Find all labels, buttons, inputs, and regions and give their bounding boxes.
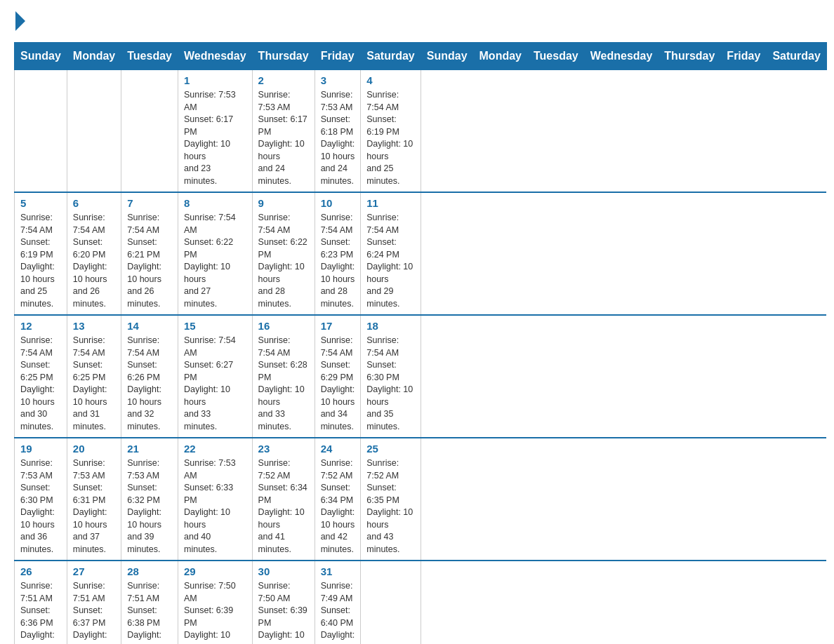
calendar-day-empty — [67, 70, 121, 193]
calendar-week-row: 1Sunrise: 7:53 AM Sunset: 6:17 PM Daylig… — [15, 70, 827, 193]
calendar-day-16: 16Sunrise: 7:54 AM Sunset: 6:28 PM Dayli… — [252, 315, 315, 438]
day-number: 2 — [258, 74, 309, 86]
day-info: Sunrise: 7:51 AM Sunset: 6:37 PM Dayligh… — [73, 580, 115, 644]
day-info: Sunrise: 7:54 AM Sunset: 6:29 PM Dayligh… — [321, 335, 355, 433]
calendar-day-empty — [121, 70, 178, 193]
day-info: Sunrise: 7:54 AM Sunset: 6:25 PM Dayligh… — [20, 335, 61, 433]
day-info: Sunrise: 7:53 AM Sunset: 6:31 PM Dayligh… — [73, 457, 115, 556]
day-info: Sunrise: 7:54 AM Sunset: 6:28 PM Dayligh… — [258, 335, 309, 433]
day-number: 4 — [366, 74, 414, 86]
calendar-day-30: 30Sunrise: 7:50 AM Sunset: 6:39 PM Dayli… — [252, 561, 315, 644]
calendar-day-24: 24Sunrise: 7:52 AM Sunset: 6:34 PM Dayli… — [315, 438, 361, 561]
calendar-day-27: 27Sunrise: 7:51 AM Sunset: 6:37 PM Dayli… — [67, 561, 121, 644]
page-header — [14, 14, 820, 28]
day-number: 16 — [258, 320, 309, 332]
calendar-week-row: 12Sunrise: 7:54 AM Sunset: 6:25 PM Dayli… — [15, 315, 827, 438]
day-info: Sunrise: 7:54 AM Sunset: 6:22 PM Dayligh… — [184, 212, 246, 310]
day-info: Sunrise: 7:54 AM Sunset: 6:30 PM Dayligh… — [366, 335, 414, 433]
day-info: Sunrise: 7:52 AM Sunset: 6:34 PM Dayligh… — [321, 457, 355, 556]
day-header-sunday: Sunday — [15, 43, 67, 70]
day-number: 18 — [366, 320, 414, 332]
day-number: 15 — [184, 320, 246, 332]
calendar-table: SundayMondayTuesdayWednesdayThursdayFrid… — [14, 42, 827, 644]
day-number: 19 — [20, 443, 61, 455]
day-info: Sunrise: 7:53 AM Sunset: 6:17 PM Dayligh… — [184, 89, 246, 187]
day-number: 13 — [73, 320, 115, 332]
day-number: 30 — [258, 565, 309, 577]
calendar-day-23: 23Sunrise: 7:52 AM Sunset: 6:34 PM Dayli… — [252, 438, 315, 561]
calendar-day-9: 9Sunrise: 7:54 AM Sunset: 6:22 PM Daylig… — [252, 192, 315, 315]
day-number: 22 — [184, 443, 246, 455]
day-header-monday: Monday — [473, 43, 527, 70]
calendar-day-10: 10Sunrise: 7:54 AM Sunset: 6:23 PM Dayli… — [315, 192, 361, 315]
calendar-day-8: 8Sunrise: 7:54 AM Sunset: 6:22 PM Daylig… — [178, 192, 252, 315]
calendar-day-7: 7Sunrise: 7:54 AM Sunset: 6:21 PM Daylig… — [121, 192, 178, 315]
day-info: Sunrise: 7:53 AM Sunset: 6:33 PM Dayligh… — [184, 457, 246, 556]
day-info: Sunrise: 7:54 AM Sunset: 6:20 PM Dayligh… — [73, 212, 115, 310]
calendar-day-31: 31Sunrise: 7:49 AM Sunset: 6:40 PM Dayli… — [315, 561, 361, 644]
calendar-week-row: 5Sunrise: 7:54 AM Sunset: 6:19 PM Daylig… — [15, 192, 827, 315]
day-number: 14 — [127, 320, 172, 332]
day-info: Sunrise: 7:54 AM Sunset: 6:19 PM Dayligh… — [366, 89, 414, 187]
day-header-wednesday: Wednesday — [584, 43, 658, 70]
day-info: Sunrise: 7:51 AM Sunset: 6:38 PM Dayligh… — [127, 580, 172, 644]
day-number: 7 — [127, 197, 172, 209]
calendar-day-29: 29Sunrise: 7:50 AM Sunset: 6:39 PM Dayli… — [178, 561, 252, 644]
day-number: 11 — [366, 197, 414, 209]
day-info: Sunrise: 7:50 AM Sunset: 6:39 PM Dayligh… — [258, 580, 309, 644]
day-info: Sunrise: 7:51 AM Sunset: 6:36 PM Dayligh… — [20, 580, 61, 644]
day-info: Sunrise: 7:52 AM Sunset: 6:35 PM Dayligh… — [366, 457, 414, 556]
day-number: 8 — [184, 197, 246, 209]
day-number: 23 — [258, 443, 309, 455]
day-info: Sunrise: 7:53 AM Sunset: 6:30 PM Dayligh… — [20, 457, 61, 556]
calendar-day-empty — [15, 70, 67, 193]
day-number: 25 — [366, 443, 414, 455]
day-number: 9 — [258, 197, 309, 209]
day-number: 26 — [20, 565, 61, 577]
day-number: 20 — [73, 443, 115, 455]
calendar-day-19: 19Sunrise: 7:53 AM Sunset: 6:30 PM Dayli… — [15, 438, 67, 561]
calendar-day-15: 15Sunrise: 7:54 AM Sunset: 6:27 PM Dayli… — [178, 315, 252, 438]
day-info: Sunrise: 7:53 AM Sunset: 6:32 PM Dayligh… — [127, 457, 172, 556]
day-number: 12 — [20, 320, 61, 332]
day-header-friday: Friday — [315, 43, 361, 70]
calendar-day-17: 17Sunrise: 7:54 AM Sunset: 6:29 PM Dayli… — [315, 315, 361, 438]
calendar-day-20: 20Sunrise: 7:53 AM Sunset: 6:31 PM Dayli… — [67, 438, 121, 561]
day-info: Sunrise: 7:49 AM Sunset: 6:40 PM Dayligh… — [321, 580, 355, 644]
day-header-tuesday: Tuesday — [527, 43, 584, 70]
day-info: Sunrise: 7:54 AM Sunset: 6:24 PM Dayligh… — [366, 212, 414, 310]
day-number: 24 — [321, 443, 355, 455]
day-number: 21 — [127, 443, 172, 455]
calendar-day-26: 26Sunrise: 7:51 AM Sunset: 6:36 PM Dayli… — [15, 561, 67, 644]
calendar-day-1: 1Sunrise: 7:53 AM Sunset: 6:17 PM Daylig… — [178, 70, 252, 193]
logo — [14, 14, 25, 28]
day-header-thursday: Thursday — [658, 43, 721, 70]
day-info: Sunrise: 7:54 AM Sunset: 6:27 PM Dayligh… — [184, 335, 246, 433]
day-header-thursday: Thursday — [252, 43, 315, 70]
calendar-day-18: 18Sunrise: 7:54 AM Sunset: 6:30 PM Dayli… — [361, 315, 421, 438]
day-number: 10 — [321, 197, 355, 209]
day-info: Sunrise: 7:54 AM Sunset: 6:23 PM Dayligh… — [321, 212, 355, 310]
day-number: 29 — [184, 565, 246, 577]
day-number: 27 — [73, 565, 115, 577]
calendar-week-row: 19Sunrise: 7:53 AM Sunset: 6:30 PM Dayli… — [15, 438, 827, 561]
calendar-day-2: 2Sunrise: 7:53 AM Sunset: 6:17 PM Daylig… — [252, 70, 315, 193]
calendar-day-4: 4Sunrise: 7:54 AM Sunset: 6:19 PM Daylig… — [361, 70, 421, 193]
day-number: 6 — [73, 197, 115, 209]
calendar-day-11: 11Sunrise: 7:54 AM Sunset: 6:24 PM Dayli… — [361, 192, 421, 315]
day-info: Sunrise: 7:53 AM Sunset: 6:17 PM Dayligh… — [258, 89, 309, 187]
calendar-day-13: 13Sunrise: 7:54 AM Sunset: 6:25 PM Dayli… — [67, 315, 121, 438]
day-number: 5 — [20, 197, 61, 209]
day-info: Sunrise: 7:53 AM Sunset: 6:18 PM Dayligh… — [321, 89, 355, 187]
day-header-monday: Monday — [67, 43, 121, 70]
day-header-tuesday: Tuesday — [121, 43, 178, 70]
calendar-day-21: 21Sunrise: 7:53 AM Sunset: 6:32 PM Dayli… — [121, 438, 178, 561]
day-info: Sunrise: 7:54 AM Sunset: 6:22 PM Dayligh… — [258, 212, 309, 310]
calendar-day-5: 5Sunrise: 7:54 AM Sunset: 6:19 PM Daylig… — [15, 192, 67, 315]
day-number: 3 — [321, 74, 355, 86]
day-number: 17 — [321, 320, 355, 332]
calendar-day-22: 22Sunrise: 7:53 AM Sunset: 6:33 PM Dayli… — [178, 438, 252, 561]
day-header-friday: Friday — [721, 43, 767, 70]
calendar-header-row: SundayMondayTuesdayWednesdayThursdayFrid… — [15, 43, 827, 70]
day-header-sunday: Sunday — [421, 43, 473, 70]
